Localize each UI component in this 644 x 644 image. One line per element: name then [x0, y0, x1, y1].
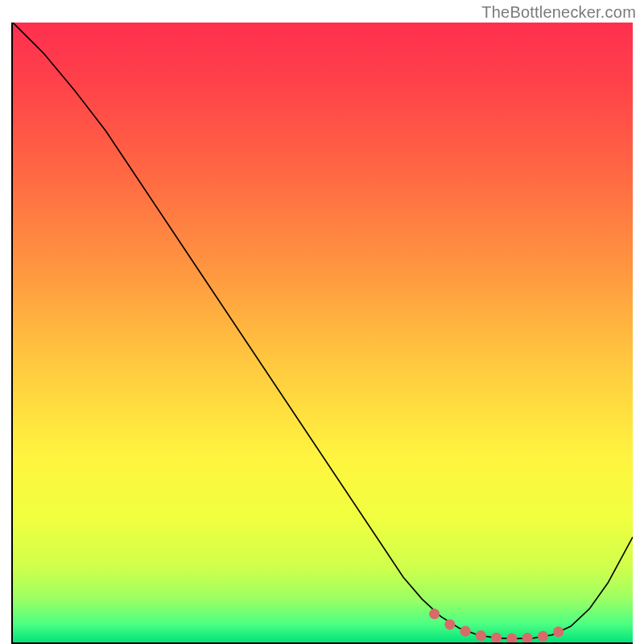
valley-marker-dot	[460, 626, 471, 637]
attribution-text: TheBottlenecker.com	[481, 3, 636, 22]
valley-marker-dot	[553, 626, 564, 637]
chart-svg	[13, 23, 633, 642]
gradient-background	[13, 23, 633, 642]
valley-marker-dot	[538, 631, 548, 642]
valley-marker-dot	[444, 619, 455, 630]
plot-area	[11, 23, 633, 644]
valley-marker-dot	[429, 609, 440, 619]
valley-marker-dot	[476, 630, 486, 641]
